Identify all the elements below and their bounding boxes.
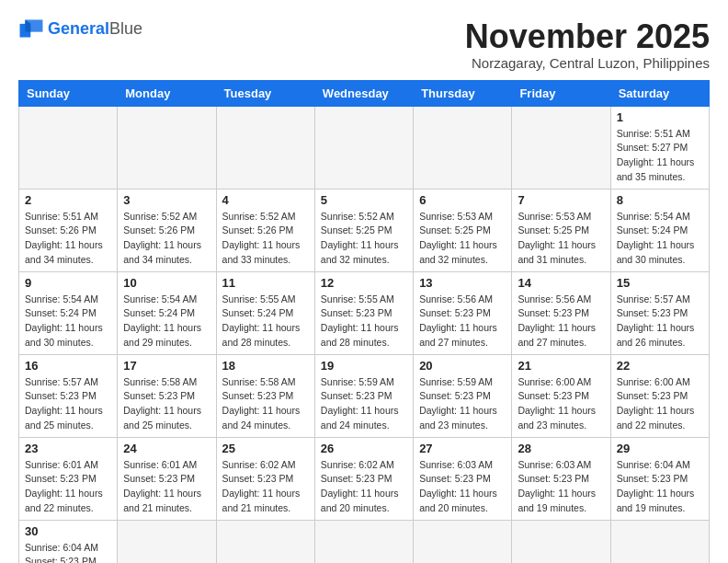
day-number: 25	[222, 442, 309, 455]
day-info: Sunrise: 5:57 AM Sunset: 5:23 PM Dayligh…	[25, 375, 111, 433]
calendar-week-row: 1Sunrise: 5:51 AM Sunset: 5:27 PM Daylig…	[19, 106, 710, 189]
day-number: 22	[617, 359, 703, 373]
calendar-cell	[314, 106, 413, 189]
day-number: 30	[25, 524, 111, 538]
calendar-cell	[216, 106, 314, 189]
day-number: 11	[222, 276, 309, 290]
calendar-cell	[314, 520, 413, 563]
calendar-cell: 20Sunrise: 5:59 AM Sunset: 5:23 PM Dayli…	[414, 354, 512, 437]
day-info: Sunrise: 5:58 AM Sunset: 5:23 PM Dayligh…	[123, 375, 210, 433]
calendar-cell: 3Sunrise: 5:52 AM Sunset: 5:26 PM Daylig…	[118, 189, 216, 271]
calendar-cell: 8Sunrise: 5:54 AM Sunset: 5:24 PM Daylig…	[610, 189, 709, 271]
day-number: 4	[222, 193, 309, 207]
calendar-cell: 13Sunrise: 5:56 AM Sunset: 5:23 PM Dayli…	[414, 271, 512, 354]
calendar-cell: 24Sunrise: 6:01 AM Sunset: 5:23 PM Dayli…	[118, 437, 216, 520]
day-number: 20	[419, 359, 506, 373]
calendar-cell	[512, 520, 610, 563]
calendar-cell: 12Sunrise: 5:55 AM Sunset: 5:23 PM Dayli…	[314, 271, 413, 354]
calendar-table: SundayMondayTuesdayWednesdayThursdayFrid…	[18, 80, 710, 563]
day-info: Sunrise: 6:04 AM Sunset: 5:23 PM Dayligh…	[617, 458, 703, 516]
calendar-week-row: 30Sunrise: 6:04 AM Sunset: 5:23 PM Dayli…	[19, 520, 710, 563]
calendar-cell	[414, 106, 512, 189]
calendar-cell: 25Sunrise: 6:02 AM Sunset: 5:23 PM Dayli…	[216, 437, 314, 520]
calendar-week-row: 9Sunrise: 5:54 AM Sunset: 5:24 PM Daylig…	[19, 271, 710, 354]
day-number: 21	[518, 359, 604, 373]
day-number: 19	[321, 359, 407, 373]
day-info: Sunrise: 6:02 AM Sunset: 5:23 PM Dayligh…	[321, 458, 407, 516]
weekday-header-friday: Friday	[512, 80, 610, 106]
day-number: 10	[123, 276, 210, 290]
day-info: Sunrise: 5:54 AM Sunset: 5:24 PM Dayligh…	[123, 293, 210, 350]
calendar-cell	[118, 520, 216, 563]
weekday-header-tuesday: Tuesday	[216, 80, 314, 106]
calendar-cell	[216, 520, 314, 563]
day-info: Sunrise: 5:55 AM Sunset: 5:23 PM Dayligh…	[321, 293, 407, 350]
calendar-cell: 1Sunrise: 5:51 AM Sunset: 5:27 PM Daylig…	[610, 106, 709, 189]
calendar-week-row: 2Sunrise: 5:51 AM Sunset: 5:26 PM Daylig…	[19, 189, 710, 271]
day-info: Sunrise: 6:04 AM Sunset: 5:23 PM Dayligh…	[25, 541, 111, 563]
calendar-cell: 5Sunrise: 5:52 AM Sunset: 5:25 PM Daylig…	[314, 189, 413, 271]
calendar-cell: 7Sunrise: 5:53 AM Sunset: 5:25 PM Daylig…	[512, 189, 610, 271]
day-info: Sunrise: 5:54 AM Sunset: 5:24 PM Dayligh…	[25, 293, 111, 350]
day-number: 13	[419, 276, 506, 290]
calendar-cell: 16Sunrise: 5:57 AM Sunset: 5:23 PM Dayli…	[19, 354, 118, 437]
day-info: Sunrise: 5:56 AM Sunset: 5:23 PM Dayligh…	[419, 293, 506, 350]
calendar-cell: 28Sunrise: 6:03 AM Sunset: 5:23 PM Dayli…	[512, 437, 610, 520]
calendar-cell: 17Sunrise: 5:58 AM Sunset: 5:23 PM Dayli…	[118, 354, 216, 437]
day-number: 28	[518, 442, 604, 455]
day-info: Sunrise: 6:03 AM Sunset: 5:23 PM Dayligh…	[518, 458, 604, 516]
calendar-cell: 30Sunrise: 6:04 AM Sunset: 5:23 PM Dayli…	[19, 520, 118, 563]
day-number: 1	[617, 110, 703, 124]
day-number: 6	[419, 193, 506, 207]
calendar-cell	[19, 106, 118, 189]
day-number: 14	[518, 276, 604, 290]
day-number: 16	[25, 359, 111, 373]
calendar-cell: 15Sunrise: 5:57 AM Sunset: 5:23 PM Dayli…	[610, 271, 709, 354]
day-info: Sunrise: 6:03 AM Sunset: 5:23 PM Dayligh…	[419, 458, 506, 516]
logo-text: GeneralBlue	[48, 20, 142, 37]
day-number: 18	[222, 359, 309, 373]
page-header: GeneralBlue November 2025 Norzagaray, Ce…	[18, 18, 710, 71]
day-number: 24	[123, 442, 210, 455]
weekday-header-thursday: Thursday	[414, 80, 512, 106]
day-number: 5	[321, 193, 407, 207]
day-info: Sunrise: 5:55 AM Sunset: 5:24 PM Dayligh…	[222, 293, 309, 350]
day-number: 26	[321, 442, 407, 455]
month-year-title: November 2025	[465, 18, 710, 55]
calendar-cell: 18Sunrise: 5:58 AM Sunset: 5:23 PM Dayli…	[216, 354, 314, 437]
day-info: Sunrise: 6:02 AM Sunset: 5:23 PM Dayligh…	[222, 458, 309, 516]
day-info: Sunrise: 5:52 AM Sunset: 5:26 PM Dayligh…	[222, 210, 309, 268]
calendar-cell	[414, 520, 512, 563]
weekday-header-wednesday: Wednesday	[314, 80, 413, 106]
day-info: Sunrise: 5:51 AM Sunset: 5:26 PM Dayligh…	[25, 210, 111, 268]
day-info: Sunrise: 5:58 AM Sunset: 5:23 PM Dayligh…	[222, 375, 309, 433]
calendar-cell: 10Sunrise: 5:54 AM Sunset: 5:24 PM Dayli…	[118, 271, 216, 354]
day-info: Sunrise: 6:01 AM Sunset: 5:23 PM Dayligh…	[25, 458, 111, 516]
day-info: Sunrise: 5:52 AM Sunset: 5:25 PM Dayligh…	[321, 210, 407, 268]
calendar-week-row: 23Sunrise: 6:01 AM Sunset: 5:23 PM Dayli…	[19, 437, 710, 520]
weekday-header-sunday: Sunday	[19, 80, 118, 106]
logo-wordmark: GeneralBlue	[48, 20, 142, 37]
day-info: Sunrise: 5:59 AM Sunset: 5:23 PM Dayligh…	[321, 375, 407, 433]
logo: GeneralBlue	[18, 18, 142, 39]
calendar-cell: 9Sunrise: 5:54 AM Sunset: 5:24 PM Daylig…	[19, 271, 118, 354]
day-info: Sunrise: 6:00 AM Sunset: 5:23 PM Dayligh…	[617, 375, 703, 433]
day-info: Sunrise: 5:52 AM Sunset: 5:26 PM Dayligh…	[123, 210, 210, 268]
day-number: 3	[123, 193, 210, 207]
calendar-cell: 6Sunrise: 5:53 AM Sunset: 5:25 PM Daylig…	[414, 189, 512, 271]
calendar-cell: 23Sunrise: 6:01 AM Sunset: 5:23 PM Dayli…	[19, 437, 118, 520]
day-number: 23	[25, 442, 111, 455]
calendar-cell: 27Sunrise: 6:03 AM Sunset: 5:23 PM Dayli…	[414, 437, 512, 520]
day-number: 2	[25, 193, 111, 207]
day-number: 7	[518, 193, 604, 207]
calendar-cell: 2Sunrise: 5:51 AM Sunset: 5:26 PM Daylig…	[19, 189, 118, 271]
calendar-cell: 19Sunrise: 5:59 AM Sunset: 5:23 PM Dayli…	[314, 354, 413, 437]
day-number: 9	[25, 276, 111, 290]
calendar-cell: 11Sunrise: 5:55 AM Sunset: 5:24 PM Dayli…	[216, 271, 314, 354]
calendar-body: 1Sunrise: 5:51 AM Sunset: 5:27 PM Daylig…	[19, 106, 710, 563]
calendar-cell	[512, 106, 610, 189]
day-number: 27	[419, 442, 506, 455]
calendar-cell	[610, 520, 709, 563]
calendar-cell	[118, 106, 216, 189]
weekday-header-row: SundayMondayTuesdayWednesdayThursdayFrid…	[19, 80, 710, 106]
